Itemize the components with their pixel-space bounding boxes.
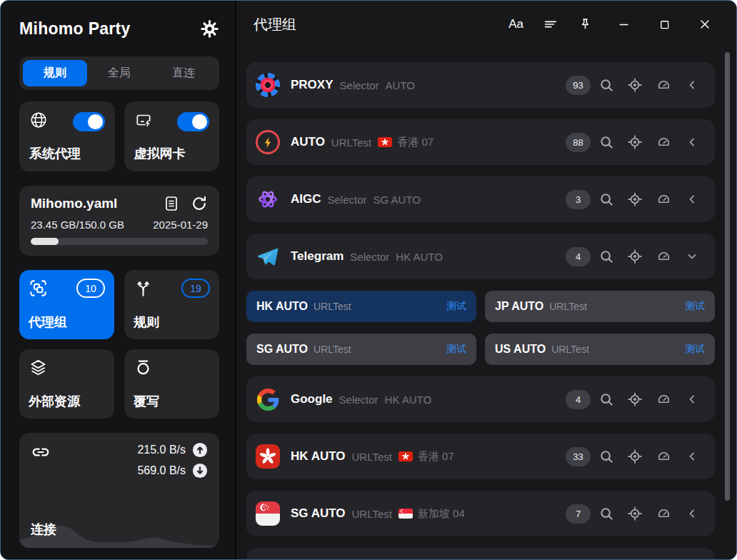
proxy-node-chip-us-auto[interactable]: US AUTO URLTest 测试 [485,334,715,365]
minimize-icon[interactable] [617,17,631,31]
proxy-group-row-telegram[interactable]: Telegram Selector HK AUTO 4 [246,234,715,279]
node-count-badge: 88 [566,133,591,152]
tab-direct-mode[interactable]: 直连 [151,60,216,86]
hk-flag-icon [255,444,281,469]
proxy-group-row-aigc[interactable]: AIGC Selector SG AUTO 3 [246,176,715,222]
delay-test-button[interactable]: 测试 [446,343,466,356]
tun-label: 虚拟网卡 [134,145,210,162]
proxy-node-chip-hk-auto[interactable]: HK AUTO URLTest 测试 [246,291,476,322]
override-icon [134,358,153,380]
locate-icon[interactable] [622,501,648,526]
speedtest-icon[interactable] [651,501,676,526]
proxy-group-row-proxy[interactable]: PROXY Selector AUTO 93 [246,62,715,108]
tun-adapter-icon [134,111,153,132]
settings-gear-icon[interactable] [200,19,219,39]
profile-update-date: 2025-01-29 [153,219,208,231]
search-icon[interactable] [593,72,619,98]
chevron-left-icon[interactable] [679,129,705,155]
connections-card[interactable]: 215.0 B/s 569.0 B/s 连 [19,433,219,548]
system-proxy-toggle[interactable] [73,112,105,131]
document-icon[interactable] [163,195,180,212]
proxy-group-row-hk-auto[interactable]: HK AUTO URLTest 香港 07 33 [246,434,715,479]
outbound-mode-tabs: 规则 全局 直连 [19,56,219,90]
proxy-node-chip-jp-auto[interactable]: JP AUTO URLTest 测试 [485,291,715,322]
aigc-openai-icon [255,186,281,212]
delay-test-button[interactable]: 测试 [685,343,705,356]
chevron-left-icon[interactable] [679,444,705,469]
proxy-group-row-sg-auto[interactable]: SG AUTO URLTest 新加坡 04 7 [246,491,715,536]
close-icon[interactable] [698,17,712,31]
proxy-group-row-partial[interactable] [246,548,715,559]
locate-icon[interactable] [622,444,648,469]
profile-card[interactable]: Mihomo.yaml 23.45 GB/150.0 GB [19,186,219,256]
locate-icon[interactable] [622,72,648,98]
delay-test-button[interactable]: 测试 [446,300,466,313]
locate-icon[interactable] [622,244,648,269]
search-icon[interactable] [593,444,619,469]
text-size-icon[interactable]: Aa [508,17,523,31]
node-count-badge: 4 [566,390,591,409]
system-proxy-label: 系统代理 [29,145,105,162]
speedtest-icon[interactable] [651,444,676,469]
traffic-progress-fill [31,238,59,245]
tun-toggle[interactable] [177,112,209,131]
proxy-node-chip-sg-auto[interactable]: SG AUTO URLTest 测试 [246,334,476,365]
delay-test-button[interactable]: 测试 [685,300,705,313]
sg-flag-icon [255,501,281,526]
tab-global-mode[interactable]: 全局 [87,60,151,86]
globe-icon [29,111,48,132]
expanded-proxy-grid: HK AUTO URLTest 测试 JP AUTO URLTest 测试 SG… [246,291,715,365]
locate-icon[interactable] [622,129,648,155]
locate-icon[interactable] [622,186,648,212]
rules-fork-icon [134,279,153,301]
node-count-badge: 4 [566,247,591,266]
toggle-cards: 系统代理 虚拟网卡 [19,101,219,171]
speedtest-icon[interactable] [651,129,676,155]
search-icon[interactable] [593,244,619,269]
hk-flag-icon [378,137,392,147]
maximize-icon[interactable] [658,18,671,31]
node-count-badge: 93 [566,76,591,95]
proxy-group-row-auto[interactable]: AUTO URLTest 香港 07 88 [246,119,715,165]
sidebar-item-override[interactable]: 覆写 [124,349,219,419]
search-icon[interactable] [593,386,619,412]
arrow-down-circle-icon [192,463,208,479]
locate-icon[interactable] [622,386,648,412]
speedtest-icon[interactable] [651,72,676,98]
sort-lines-icon[interactable] [543,16,558,32]
sidebar-item-rules[interactable]: 19 规则 [124,270,219,339]
speedtest-icon[interactable] [651,386,676,412]
tun-card[interactable]: 虚拟网卡 [124,101,220,171]
proxy-group-row-google[interactable]: Google Selector HK AUTO 4 [246,376,715,422]
chevron-left-icon[interactable] [679,501,705,526]
rules-count-badge: 19 [181,279,210,298]
profile-traffic-usage: 23.45 GB/150.0 GB [31,219,124,231]
search-icon[interactable] [593,129,619,155]
layers-icon [29,358,48,380]
sidebar-item-external-resources[interactable]: 外部资源 [19,349,114,419]
tab-rule-mode[interactable]: 规则 [23,60,87,86]
proxy-groups-count-badge: 10 [76,279,105,298]
sidebar-item-proxy-groups[interactable]: 10 代理组 [19,270,114,339]
chevron-left-icon[interactable] [679,72,705,98]
speedtest-icon[interactable] [651,186,676,212]
sidebar-header: Mihomo Party [19,12,219,45]
proxy-logo-icon [255,72,281,98]
vertical-scrollbar[interactable] [725,52,730,501]
upload-speed: 215.0 B/s [137,444,186,456]
titlebar: 代理组 Aa [236,1,736,48]
main-area: 代理组 Aa [236,1,736,559]
search-icon[interactable] [593,186,619,212]
system-proxy-card[interactable]: 系统代理 [19,101,115,171]
search-icon[interactable] [593,501,619,526]
traffic-progress-bar [31,238,208,245]
chevron-left-icon[interactable] [679,186,705,212]
chevron-left-icon[interactable] [679,386,705,412]
page-title: 代理组 [254,15,508,34]
speedtest-icon[interactable] [651,244,676,269]
refresh-icon[interactable] [191,195,208,212]
chevron-down-icon[interactable] [679,244,705,269]
link-icon [31,442,51,465]
pin-icon[interactable] [578,17,593,32]
proxy-group-list: PROXY Selector AUTO 93 AUTO URLTest [236,48,736,559]
